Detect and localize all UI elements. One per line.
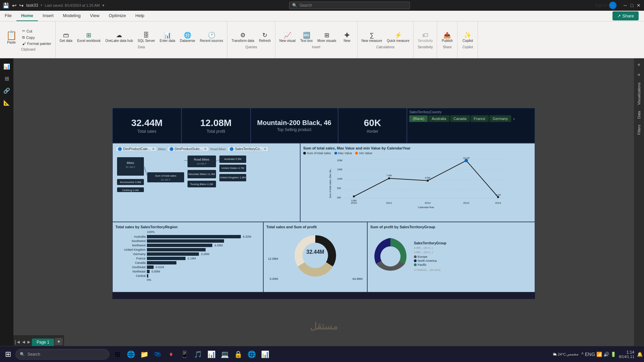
minimize-button[interactable]: ─ bbox=[623, 3, 628, 8]
country-blank[interactable]: (Blank) bbox=[409, 115, 428, 122]
lang-icon[interactable]: ENG bbox=[585, 352, 595, 357]
kpi-total-profit[interactable]: 12.08M Total profit bbox=[181, 108, 251, 143]
app-icon-3[interactable]: 🎵 bbox=[192, 348, 204, 360]
sidebar-report-icon[interactable]: 📊 bbox=[1, 61, 12, 72]
country-france[interactable]: France bbox=[471, 115, 489, 122]
dataverse-button[interactable]: 🌐 Dataverse bbox=[178, 31, 197, 44]
kpi-orders[interactable]: 60K #order bbox=[338, 108, 407, 143]
edge-icon[interactable]: 🌐 bbox=[125, 348, 137, 360]
refresh-button[interactable]: ↻ Refresh bbox=[257, 31, 273, 44]
filter-remove-0[interactable]: ✕ bbox=[152, 147, 155, 151]
sankey-filter-1[interactable]: 🔵 DimProductSubc... ✕ bbox=[167, 146, 209, 152]
toolbar-group-share: 📤 Publish Share bbox=[437, 21, 458, 58]
rsb-tab-filters[interactable]: Filters bbox=[636, 122, 642, 137]
sql-server-button[interactable]: 🗄 SQL Server bbox=[136, 31, 157, 44]
tab-file[interactable]: File bbox=[0, 11, 16, 21]
rsb-tab-data[interactable]: Data bbox=[636, 108, 642, 121]
start-button[interactable]: ⊞ bbox=[1, 348, 15, 361]
tray-arrow[interactable]: ^ bbox=[581, 352, 584, 357]
country-scroll-right[interactable]: › bbox=[513, 115, 515, 122]
kpi-top-product[interactable]: Mountain-200 Black, 46 Top Selling produ… bbox=[251, 108, 338, 143]
wifi-icon[interactable]: 📶 bbox=[596, 352, 602, 357]
app-icon-8[interactable]: 📊 bbox=[259, 348, 271, 360]
get-data-button[interactable]: 🗃 Get data bbox=[58, 31, 74, 44]
enter-data-button[interactable]: 📊 Enter data bbox=[158, 31, 177, 44]
sidebar-dax-icon[interactable]: 📐 bbox=[1, 97, 12, 108]
share-button[interactable]: ↗ Share bbox=[612, 11, 639, 20]
app-icon-1[interactable]: ♦ bbox=[165, 348, 177, 360]
format-painter-button[interactable]: 🖌 Format painter bbox=[20, 41, 53, 46]
sensitivity-button[interactable]: 🏷 Sensitivity bbox=[416, 31, 435, 44]
page-tab-1[interactable]: Page 1 bbox=[32, 339, 54, 346]
text-box-icon: 🔤 bbox=[303, 32, 310, 38]
cut-button[interactable]: ✂ Cut bbox=[20, 28, 53, 34]
sidebar-table-icon[interactable]: ⊞ bbox=[1, 73, 12, 84]
battery-icon[interactable]: 🔋 bbox=[610, 352, 616, 357]
sankey-filter-0[interactable]: 🔵 DimProductCate... ✕ bbox=[115, 146, 157, 152]
app-icon-2[interactable]: 📱 bbox=[178, 348, 191, 360]
kpi-total-sales[interactable]: 32.44M Total sales bbox=[112, 108, 181, 143]
app-icon-7[interactable]: 🌐 bbox=[246, 348, 258, 360]
new-visual-button[interactable]: 📈 New visual bbox=[277, 31, 298, 44]
transform-button[interactable]: ⚙ Transform data bbox=[229, 31, 256, 44]
clock-area[interactable]: 1:14 8/14/1.11 bbox=[619, 350, 634, 359]
excel-button[interactable]: ⊞ Excel workbook bbox=[75, 31, 103, 44]
country-australia[interactable]: Australia bbox=[428, 115, 449, 122]
collapse-icon-2[interactable]: « bbox=[638, 70, 640, 79]
explorer-icon[interactable]: 📁 bbox=[138, 348, 150, 360]
user-avatar[interactable]: 👤 bbox=[609, 2, 616, 9]
country-canada[interactable]: Canada bbox=[450, 115, 470, 122]
text-box-button[interactable]: 🔤 Text box bbox=[298, 31, 315, 44]
undo-icon[interactable]: ↩ bbox=[12, 2, 16, 9]
more-visuals-button[interactable]: ⊞ More visuals bbox=[315, 31, 338, 44]
close-button[interactable]: ✕ bbox=[636, 3, 641, 8]
pie-legend: Europe North America Pacific bbox=[414, 255, 446, 267]
onelake-button[interactable]: ☁ OneLake data hub bbox=[103, 31, 135, 44]
copilot-button[interactable]: ✨ Copilot bbox=[460, 31, 476, 44]
app-icon-6[interactable]: 🔒 bbox=[232, 348, 244, 360]
app-icon-5[interactable]: 💻 bbox=[219, 348, 231, 360]
app-icon-4[interactable]: 📊 bbox=[205, 348, 217, 360]
filter-remove-1[interactable]: ✕ bbox=[204, 147, 207, 151]
recent-sources-button[interactable]: 🕐 Recent sources bbox=[198, 31, 225, 44]
tab-modeling[interactable]: Modeling bbox=[58, 11, 86, 21]
redo-icon[interactable]: ↪ bbox=[19, 2, 23, 9]
publish-button[interactable]: 📤 Publish bbox=[439, 31, 455, 44]
paste-icon: 📋 bbox=[6, 30, 17, 41]
sign-in-area[interactable]: Sign in 👤 bbox=[595, 2, 616, 9]
quick-measure-button[interactable]: ⚡ Quick measure bbox=[385, 31, 411, 44]
paste-button[interactable]: 📋 Paste bbox=[3, 29, 19, 46]
copy-button[interactable]: ⧉ Copy bbox=[20, 35, 53, 40]
store-icon[interactable]: 🛍 bbox=[152, 348, 164, 360]
filter-remove-2[interactable]: ✕ bbox=[264, 147, 266, 151]
maximize-button[interactable]: □ bbox=[629, 3, 635, 8]
collapse-icon[interactable]: « bbox=[638, 60, 640, 69]
rsb-tab-visualizations[interactable]: Visualizations bbox=[636, 80, 642, 108]
excel-icon: ⊞ bbox=[86, 32, 91, 38]
legend-dot-min bbox=[355, 152, 358, 155]
sankey-filter-2[interactable]: 🔵 SalesTerritoryCo... ✕ bbox=[227, 146, 269, 152]
tab-help[interactable]: Help bbox=[131, 11, 149, 21]
taskbar-search[interactable]: 🔍 Search bbox=[15, 349, 109, 360]
tab-optimize[interactable]: Optimize bbox=[104, 11, 130, 21]
page-nav-next[interactable]: ► bbox=[26, 339, 31, 345]
save-icon[interactable]: 💾 bbox=[3, 2, 9, 9]
tab-home[interactable]: Home bbox=[16, 11, 38, 21]
new-measure-button[interactable]: ∑ New measure bbox=[360, 31, 384, 44]
page-nav-prev[interactable]: ◄ bbox=[21, 339, 26, 345]
legend-dot-max bbox=[334, 152, 337, 155]
add-page-button[interactable]: + bbox=[55, 338, 63, 345]
new-button[interactable]: ✚ New bbox=[339, 31, 355, 44]
notification-icon[interactable]: 🔔 bbox=[637, 352, 643, 357]
sidebar-model-icon[interactable]: 🔗 bbox=[1, 85, 12, 96]
title-search-bar[interactable]: 🔍 Search bbox=[289, 2, 410, 9]
task-view-icon[interactable]: ⊞ bbox=[111, 348, 123, 360]
tab-view[interactable]: View bbox=[85, 11, 104, 21]
tab-insert[interactable]: Insert bbox=[38, 11, 58, 21]
page-nav-start[interactable]: |◄ bbox=[15, 339, 21, 345]
bar-row-5: France 2.19M bbox=[115, 257, 260, 260]
line-chart-title: Sum of total sales, Max Value and min Va… bbox=[303, 146, 532, 150]
volume-icon[interactable]: 🔊 bbox=[603, 352, 609, 357]
pie-chart-card: Sum of profit by SalesTerritoryGroup bbox=[367, 222, 535, 292]
country-germany[interactable]: Germany bbox=[489, 115, 511, 122]
